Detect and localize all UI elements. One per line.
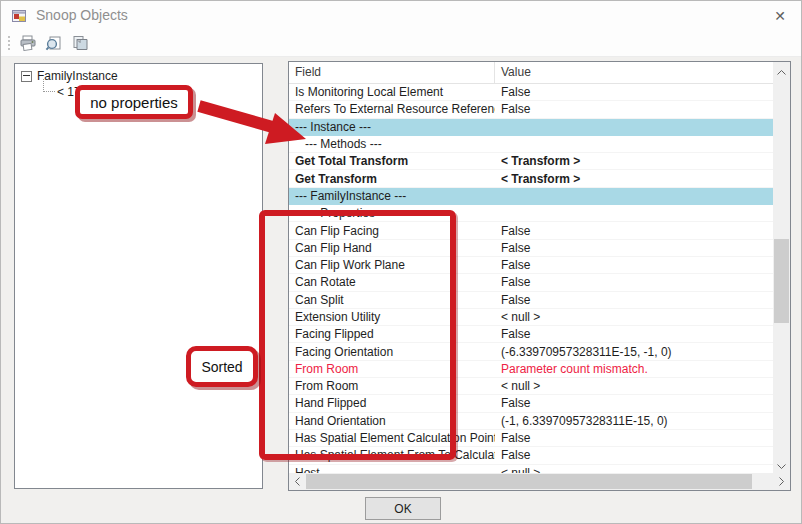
table-row[interactable]: Facing Orientation(-6.33970957328311E-15… xyxy=(289,343,773,360)
close-icon[interactable]: ✕ xyxy=(769,5,791,27)
field-cell: Get Total Transform xyxy=(289,154,495,168)
collapse-minus-icon[interactable] xyxy=(21,71,32,82)
table-row[interactable]: --- FamilyInstance --- xyxy=(289,188,773,205)
print-icon xyxy=(17,35,39,51)
table-row[interactable]: Refers To External Resource ReferencesFa… xyxy=(289,101,773,118)
table-row[interactable]: --- Instance --- xyxy=(289,119,773,136)
toolbar xyxy=(1,30,801,57)
toolbar-grip-icon xyxy=(6,34,11,52)
value-cell: False xyxy=(495,224,773,238)
scroll-down-button[interactable] xyxy=(773,456,790,473)
vertical-scroll-thumb[interactable] xyxy=(774,239,789,323)
table-row[interactable]: Facing FlippedFalse xyxy=(289,326,773,343)
chevron-down-icon xyxy=(777,458,786,472)
value-cell: False xyxy=(495,448,773,462)
table-row[interactable]: Get Transform< Transform > xyxy=(289,170,773,187)
horizontal-scroll-thumb[interactable] xyxy=(306,474,752,489)
value-cell: < null > xyxy=(495,310,773,324)
field-cell: Has Spatial Element Calculation Point xyxy=(289,431,495,445)
scroll-left-button[interactable] xyxy=(289,473,306,490)
column-header-value[interactable]: Value xyxy=(495,62,773,83)
table-row[interactable]: Is Monitoring Local ElementFalse xyxy=(289,84,773,101)
value-cell: False xyxy=(495,327,773,341)
field-cell: Extension Utility xyxy=(289,310,495,324)
list-header: Field Value xyxy=(289,62,773,84)
value-cell: False xyxy=(495,275,773,289)
print-preview-icon xyxy=(43,35,65,51)
value-cell: < null > xyxy=(495,466,773,473)
field-cell: Can Flip Hand xyxy=(289,241,495,255)
scroll-right-button[interactable] xyxy=(773,473,790,490)
table-row[interactable]: Can SplitFalse xyxy=(289,292,773,309)
table-row[interactable]: --- Properties --- xyxy=(289,205,773,222)
table-row[interactable]: Can RotateFalse xyxy=(289,274,773,291)
field-cell: Facing Orientation xyxy=(289,345,495,359)
field-cell: --- FamilyInstance --- xyxy=(289,189,495,203)
value-cell: Parameter count mismatch. xyxy=(495,362,773,376)
value-cell: < Transform > xyxy=(495,172,773,186)
column-header-field[interactable]: Field xyxy=(289,62,495,83)
table-row[interactable]: Hand Orientation(-1, 6.33970957328311E-1… xyxy=(289,413,773,430)
field-cell: Can Flip Work Plane xyxy=(289,258,495,272)
field-cell: From Room xyxy=(289,362,495,376)
chevron-left-icon xyxy=(295,475,300,489)
value-cell: (-6.33970957328311E-15, -1, 0) xyxy=(495,345,773,359)
copy-button[interactable] xyxy=(68,32,92,55)
field-cell: Has Spatial Element From To Calculation.… xyxy=(289,448,495,462)
value-cell: False xyxy=(495,241,773,255)
vertical-scrollbar[interactable] xyxy=(773,62,790,473)
field-cell: Refers To External Resource References xyxy=(289,102,495,116)
table-row[interactable]: Can Flip FacingFalse xyxy=(289,222,773,239)
field-cell: --- Instance --- xyxy=(289,120,495,134)
ok-button[interactable]: OK xyxy=(365,497,441,520)
table-row[interactable]: Hand FlippedFalse xyxy=(289,395,773,412)
table-row[interactable]: Host< null > xyxy=(289,465,773,473)
tree-node-element-id[interactable]: < 17 xyxy=(57,84,262,100)
table-row[interactable]: Can Flip Work PlaneFalse xyxy=(289,257,773,274)
titlebar: Snoop Objects ✕ xyxy=(1,1,801,30)
table-row[interactable]: Can Flip HandFalse xyxy=(289,240,773,257)
field-cell: From Room xyxy=(289,379,495,393)
table-row[interactable]: Has Spatial Element From To Calculation.… xyxy=(289,447,773,464)
field-cell: Hand Flipped xyxy=(289,396,495,410)
field-cell: Hand Orientation xyxy=(289,414,495,428)
field-cell: Facing Flipped xyxy=(289,327,495,341)
value-cell: < null > xyxy=(495,379,773,393)
field-cell: Can Flip Facing xyxy=(289,224,495,238)
table-row[interactable]: From Room< null > xyxy=(289,378,773,395)
value-cell: False xyxy=(495,396,773,410)
table-row[interactable]: --- Methods --- xyxy=(289,136,773,153)
table-row[interactable]: Get Total Transform< Transform > xyxy=(289,153,773,170)
value-cell: False xyxy=(495,85,773,99)
chevron-right-icon xyxy=(779,475,784,489)
horizontal-scrollbar[interactable] xyxy=(289,473,790,490)
value-cell: < Transform > xyxy=(495,154,773,168)
object-tree-panel: FamilyInstance < 17 xyxy=(14,63,263,489)
field-cell: --- Methods --- xyxy=(289,137,495,151)
table-row[interactable]: Has Spatial Element Calculation PointFal… xyxy=(289,430,773,447)
field-value-list: Field Value Is Monitoring Local ElementF… xyxy=(288,61,791,491)
field-cell: Is Monitoring Local Element xyxy=(289,85,495,99)
window-title: Snoop Objects xyxy=(36,1,128,30)
print-preview-button[interactable] xyxy=(42,32,66,55)
field-cell: Can Rotate xyxy=(289,275,495,289)
value-cell: False xyxy=(495,431,773,445)
value-cell: False xyxy=(495,258,773,272)
tree-child-label: < 17 xyxy=(57,85,81,99)
value-cell: False xyxy=(495,102,773,116)
field-list-rows: Is Monitoring Local ElementFalseRefers T… xyxy=(289,84,773,473)
field-cell: Get Transform xyxy=(289,172,495,186)
field-cell: Host xyxy=(289,466,495,473)
value-cell: (-1, 6.33970957328311E-15, 0) xyxy=(495,414,773,428)
table-row[interactable]: From RoomParameter count mismatch. xyxy=(289,361,773,378)
app-icon xyxy=(11,8,27,24)
chevron-up-icon xyxy=(777,64,786,78)
field-cell: --- Properties --- xyxy=(289,206,495,220)
value-cell: False xyxy=(495,293,773,307)
table-row[interactable]: Extension Utility< null > xyxy=(289,309,773,326)
scroll-up-button[interactable] xyxy=(773,62,790,79)
copy-icon xyxy=(69,35,91,51)
field-cell: Can Split xyxy=(289,293,495,307)
tree-node-familyinstance[interactable]: FamilyInstance xyxy=(21,68,262,84)
print-button[interactable] xyxy=(16,32,40,55)
